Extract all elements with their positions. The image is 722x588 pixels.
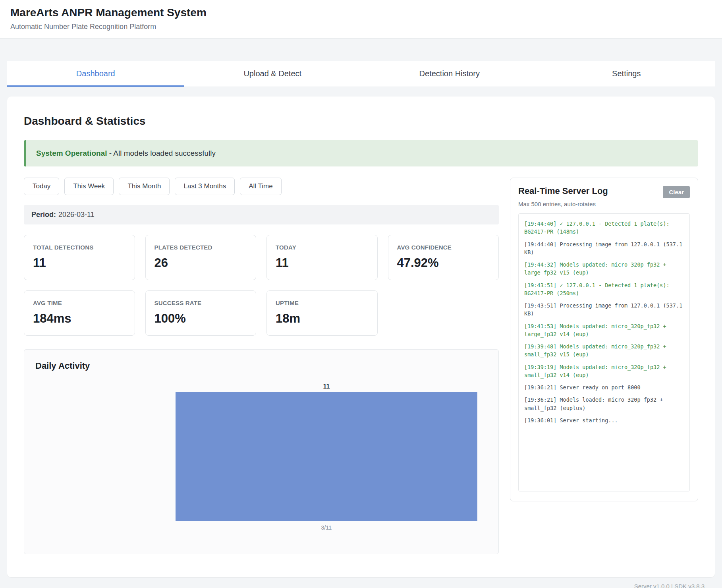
server-log-column: Real-Time Server Log Clear Max 500 entri… (510, 178, 698, 501)
stat-card-avg-time: AVG TIME 184ms (24, 290, 135, 336)
tab-upload-detect[interactable]: Upload & Detect (184, 61, 361, 87)
filter-last-3-months[interactable]: Last 3 Months (175, 178, 235, 195)
server-log-title: Real-Time Server Log (518, 186, 608, 196)
period-value: 2026-03-11 (58, 211, 95, 219)
clear-log-button[interactable]: Clear (663, 186, 690, 198)
stats-grid-row1: TOTAL DETECTIONS 11 PLATES DETECTED 26 T… (24, 235, 499, 280)
dashboard-panel: Dashboard & Statistics System Operationa… (7, 97, 715, 577)
stat-value: 11 (33, 256, 126, 270)
page-title: Dashboard & Statistics (24, 115, 698, 128)
tab-settings[interactable]: Settings (538, 61, 715, 87)
server-log-output[interactable]: [19:44:40] ✓ 127.0.0.1 - Detected 1 plat… (518, 213, 690, 491)
page-background: Dashboard Upload & Detect Detection Hist… (0, 39, 722, 588)
chart-title: Daily Activity (35, 361, 487, 371)
stat-card-today: TODAY 11 (266, 235, 378, 280)
log-entry: [19:44:40] ✓ 127.0.0.1 - Detected 1 plat… (524, 220, 684, 236)
stat-value: 47.92% (397, 256, 490, 270)
stat-card-success-rate: SUCCESS RATE 100% (145, 290, 257, 336)
version-footer: Server v1.0.0 | SDK v3.8.3 (7, 577, 715, 588)
activity-bar (176, 392, 477, 521)
stats-column: Today This Week This Month Last 3 Months… (24, 178, 499, 554)
filter-all-time[interactable]: All Time (240, 178, 281, 195)
filter-this-week[interactable]: This Week (64, 178, 114, 195)
log-entry: [19:41:53] Models updated: micro_320p_fp… (524, 322, 684, 338)
system-status-banner: System Operational - All models loaded s… (24, 140, 698, 166)
stat-card-uptime: UPTIME 18m (266, 290, 378, 336)
stat-card-total-detections: TOTAL DETECTIONS 11 (24, 235, 135, 280)
bar-x-label: 3/11 (176, 524, 477, 531)
tab-bar: Dashboard Upload & Detect Detection Hist… (7, 61, 715, 87)
stat-label: AVG CONFIDENCE (397, 244, 490, 251)
period-display: Period:2026-03-11 (24, 205, 499, 224)
status-title: System Operational (36, 149, 107, 157)
stat-label: PLATES DETECTED (154, 244, 247, 251)
bar-value-label: 11 (176, 383, 477, 390)
server-log-panel: Real-Time Server Log Clear Max 500 entri… (510, 178, 698, 501)
stat-label: UPTIME (276, 300, 369, 306)
period-label: Period: (31, 211, 56, 219)
log-entry: [19:43:51] ✓ 127.0.0.1 - Detected 1 plat… (524, 281, 684, 298)
status-message: - All models loaded successfully (107, 149, 216, 157)
stats-grid-row2: AVG TIME 184ms SUCCESS RATE 100% UPTIME … (24, 290, 499, 336)
stat-value: 184ms (33, 311, 126, 326)
tab-dashboard[interactable]: Dashboard (7, 61, 184, 87)
log-entry: [19:39:19] Models updated: micro_320p_fp… (524, 363, 684, 379)
chart-bar-group: 11 3/11 (176, 383, 477, 531)
tab-detection-history[interactable]: Detection History (361, 61, 538, 87)
stat-value: 26 (154, 256, 247, 270)
log-entry: [19:43:51] Processing image from 127.0.0… (524, 302, 684, 318)
stat-label: TODAY (276, 244, 369, 251)
log-entry: [19:44:40] Processing image from 127.0.0… (524, 240, 684, 257)
log-entry: [19:36:21] Models loaded: micro_320p_fp3… (524, 396, 684, 412)
log-entry: [19:36:21] Server ready on port 8000 (524, 383, 684, 391)
stat-label: AVG TIME (33, 300, 126, 306)
filter-this-month[interactable]: This Month (119, 178, 170, 195)
stat-card-avg-confidence: AVG CONFIDENCE 47.92% (388, 235, 499, 280)
daily-activity-chart: Daily Activity 11 3/11 (24, 349, 499, 554)
server-log-subtitle: Max 500 entries, auto-rotates (518, 201, 690, 207)
log-entry: [19:39:48] Models updated: micro_320p_fp… (524, 342, 684, 359)
app-subtitle: Automatic Number Plate Recognition Platf… (10, 23, 712, 31)
stat-value: 11 (276, 256, 369, 270)
period-filters: Today This Week This Month Last 3 Months… (24, 178, 499, 195)
stat-value: 100% (154, 311, 247, 326)
stat-value: 18m (276, 311, 369, 326)
log-entry: [19:44:32] Models updated: micro_320p_fp… (524, 261, 684, 277)
stat-label: SUCCESS RATE (154, 300, 247, 306)
app-header: MareArts ANPR Management System Automati… (0, 0, 722, 39)
app-title: MareArts ANPR Management System (10, 6, 712, 19)
filter-today[interactable]: Today (24, 178, 59, 195)
stat-card-plates-detected: PLATES DETECTED 26 (145, 235, 257, 280)
stat-label: TOTAL DETECTIONS (33, 244, 126, 251)
log-entry: [19:36:01] Server starting... (524, 416, 684, 424)
